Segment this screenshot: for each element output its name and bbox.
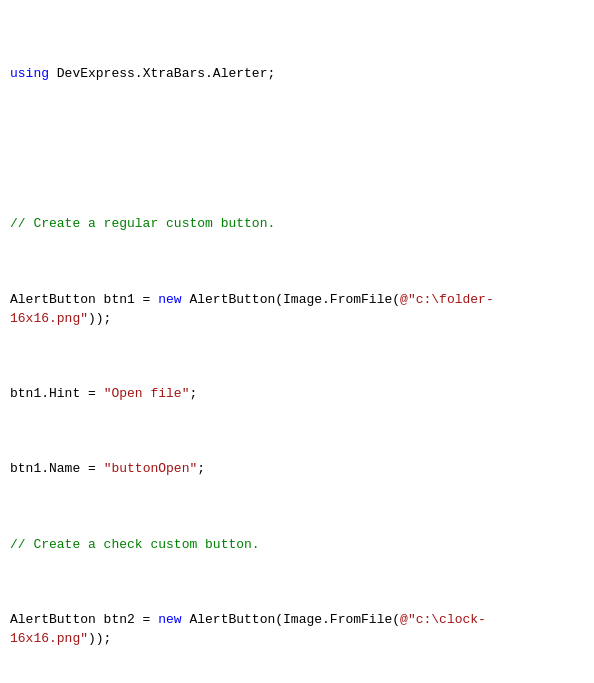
code-line-8: AlertButton btn2 = new AlertButton(Image… [10,611,584,649]
code-line-2 [10,140,584,159]
code-line-4: AlertButton btn1 = new AlertButton(Image… [10,291,584,329]
code-line-1: using DevExpress.XtraBars.Alerter; [10,65,584,84]
code-line-5: btn1.Hint = "Open file"; [10,385,584,404]
code-line-3: // Create a regular custom button. [10,215,584,234]
code-line-7: // Create a check custom button. [10,536,584,555]
code-line-6: btn1.Name = "buttonOpen"; [10,460,584,479]
code-editor: using DevExpress.XtraBars.Alerter; // Cr… [10,8,584,683]
